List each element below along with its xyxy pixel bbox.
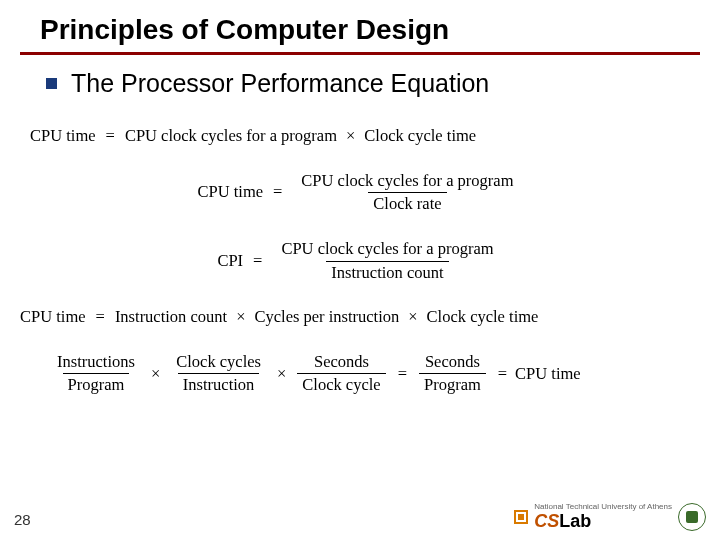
logo-cs: CS [534,511,559,531]
eq5-f4n: Seconds [420,352,485,374]
eq5-frac4: Seconds Program [419,352,486,396]
eq1-op: = [102,126,119,147]
subtitle: The Processor Performance Equation [71,69,489,98]
eq4-lhs: CPU time [20,307,86,328]
seal-icon [678,503,706,531]
eq4-op: = [92,307,109,328]
equation-1: CPU time = CPU clock cycles for a progra… [20,126,700,147]
eq5-m2: × [274,364,289,385]
eq5-f4d: Program [419,373,486,396]
subtitle-row: The Processor Performance Equation [0,69,720,98]
equation-2: CPU time = CPU clock cycles for a progra… [20,171,700,215]
equation-4: CPU time = Instruction count × Cycles pe… [20,307,700,328]
eq5-rhs: CPU time [515,364,581,385]
eq2-lhs: CPU time [197,182,263,203]
eq3-op: = [249,251,266,272]
eq4-m1: × [233,307,248,328]
eq3-numerator: CPU clock cycles for a program [276,239,498,261]
eq1-lhs: CPU time [30,126,96,147]
logo-box-icon [514,510,528,524]
eq4-t2: Cycles per instruction [254,307,399,328]
eq1-rhs2: Clock cycle time [364,126,476,147]
eq2-op: = [269,182,286,203]
title-rule [20,52,700,55]
eq3-denominator: Instruction count [326,261,448,284]
logo-topline: National Technical University of Athens [534,502,672,511]
eq5-frac2: Clock cycles Instruction [171,352,266,396]
eq4-t3: Clock cycle time [427,307,539,328]
eq5-frac3: Seconds Clock cycle [297,352,385,396]
eq5-f3n: Seconds [309,352,374,374]
eq2-numerator: CPU clock cycles for a program [296,171,518,193]
eq5-op2: = [494,364,511,385]
eq1-rhs1: CPU clock cycles for a program [125,126,337,147]
eq5-frac1: Instructions Program [52,352,140,396]
eq5-m1: × [148,364,163,385]
eq3-lhs: CPI [217,251,243,272]
formulas-block: CPU time = CPU clock cycles for a progra… [0,98,720,396]
eq5-f1d: Program [63,373,130,396]
equation-3: CPI = CPU clock cycles for a program Ins… [20,239,700,283]
square-bullet-icon [46,78,57,89]
eq4-t1: Instruction count [115,307,227,328]
logo-main: CSLab [534,511,672,532]
page-number: 28 [14,511,31,528]
equation-5: Instructions Program × Clock cycles Inst… [20,352,700,396]
eq2-denominator: Clock rate [368,192,446,215]
eq5-f1n: Instructions [52,352,140,374]
eq2-fraction: CPU clock cycles for a program Clock rat… [296,171,518,215]
eq5-op1: = [394,364,411,385]
slide-title: Principles of Computer Design [0,0,720,52]
eq3-fraction: CPU clock cycles for a program Instructi… [276,239,498,283]
footer-logo: National Technical University of Athens … [514,502,706,532]
eq1-mult: × [343,126,358,147]
eq5-f2d: Instruction [178,373,260,396]
eq5-f2n: Clock cycles [171,352,266,374]
eq5-f3d: Clock cycle [297,373,385,396]
eq4-m2: × [405,307,420,328]
logo-text: National Technical University of Athens … [534,502,672,532]
logo-lab: Lab [559,511,591,531]
